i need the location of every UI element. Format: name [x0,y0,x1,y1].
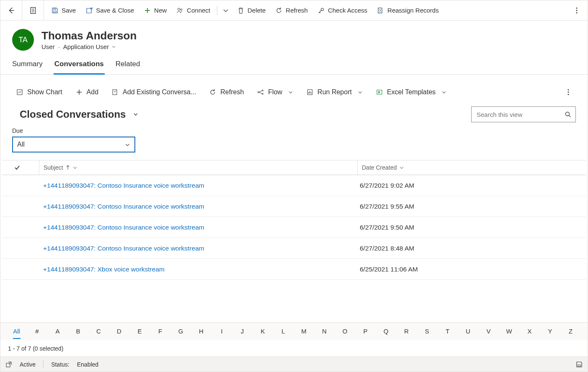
alpha-filter-y[interactable]: Y [540,328,560,335]
page-options-button[interactable] [22,0,44,20]
select-all-column[interactable] [14,160,39,175]
add-existing-button[interactable]: Add Existing Conversa... [108,85,200,100]
table-row[interactable]: +1441189093047: Contoso Insurance voice … [2,175,586,196]
alpha-filter-e[interactable]: E [129,328,150,335]
status-value: Enabled [77,361,98,368]
row-date: 6/27/2021 9:50 AM [357,224,586,231]
alpha-filter-all[interactable]: All [6,328,27,335]
svg-point-27 [568,89,569,90]
connect-button[interactable]: Connect [173,3,214,18]
alpha-filter-u[interactable]: U [458,328,478,335]
avatar-initials: TA [18,36,28,44]
tab-conversations[interactable]: Conversations [54,57,104,74]
save-close-button[interactable]: Save & Close [82,3,138,18]
subject-link[interactable]: +1441189093047: Contoso Insurance voice … [43,203,204,210]
alpha-filter-t[interactable]: T [437,328,458,335]
subgrid-more-button[interactable] [561,85,576,100]
run-report-button[interactable]: Run Report [302,85,367,100]
save-icon[interactable] [576,361,583,368]
reassign-records-button[interactable]: Reassign Records [373,3,443,18]
alpha-filter-r[interactable]: R [396,328,417,335]
subject-link[interactable]: +1441189093047: Contoso Insurance voice … [43,245,204,252]
divider [217,6,217,15]
view-selector[interactable]: Closed Conversations [20,108,138,120]
subject-link[interactable]: +1441189093047: Contoso Insurance voice … [43,224,204,231]
new-label: New [154,7,167,14]
due-label: Due [12,127,588,134]
add-existing-label: Add Existing Conversa... [123,88,196,96]
search-box[interactable] [471,106,576,122]
subgrid-refresh-button[interactable]: Refresh [205,85,248,100]
add-button[interactable]: Add [72,85,103,100]
save-close-icon [86,7,93,14]
back-button[interactable] [0,0,22,20]
table-row[interactable]: +1441189093047: Contoso Insurance voice … [2,196,586,217]
alpha-filter-q[interactable]: Q [376,328,396,335]
popout-icon[interactable] [5,361,12,368]
column-subject[interactable]: Subject [39,160,357,175]
alpha-filter-g[interactable]: G [170,328,191,335]
due-select-value: All [17,141,25,148]
search-input[interactable] [476,111,561,119]
show-chart-label: Show Chart [27,88,62,96]
alpha-filter-o[interactable]: O [335,328,355,335]
clipboard-icon [29,7,37,14]
tab-summary[interactable]: Summary [12,57,43,74]
form-tabs: Summary Conversations Related [0,54,588,75]
alpha-filter-i[interactable]: I [211,328,232,335]
alpha-filter-c[interactable]: C [88,328,109,335]
row-subject: +1441189093047: Contoso Insurance voice … [39,224,357,231]
svg-line-31 [569,116,571,117]
delete-button[interactable]: Delete [233,3,270,18]
alpha-filter-z[interactable]: Z [560,328,581,335]
svg-point-30 [566,112,570,116]
svg-rect-26 [377,90,382,94]
alpha-filter-s[interactable]: S [417,328,437,335]
alpha-filter-f[interactable]: F [150,328,170,335]
form-selector[interactable]: Application User [63,43,116,50]
table-row[interactable]: +1441189093047: Xbox voice workstream6/2… [2,259,586,280]
alpha-filter-w[interactable]: W [499,328,519,335]
chevron-down-icon [288,90,293,95]
save-icon [52,7,58,14]
chevron-down-icon [72,165,77,170]
alpha-filter-l[interactable]: L [273,328,294,335]
record-title: Thomas Anderson [41,29,137,42]
flow-button[interactable]: Flow [253,85,297,100]
alpha-filter-p[interactable]: P [355,328,376,335]
tab-related[interactable]: Related [116,57,140,74]
refresh-icon [209,89,216,96]
new-button[interactable]: New [140,3,171,18]
plus-icon [76,89,83,96]
alpha-filter-x[interactable]: X [519,328,540,335]
table-row[interactable]: +1441189093047: Contoso Insurance voice … [2,217,586,238]
connect-chevron[interactable] [220,3,232,18]
alpha-filter-b[interactable]: B [68,328,88,335]
table-row[interactable]: +1441189093047: Contoso Insurance voice … [2,238,586,259]
subject-link[interactable]: +1441189093047: Contoso Insurance voice … [43,182,204,189]
alpha-filter-m[interactable]: M [294,328,314,335]
row-date: 6/25/2021 11:06 AM [357,266,586,273]
more-commands-button[interactable] [569,3,584,18]
chevron-down-icon [125,142,130,147]
alpha-filter-k[interactable]: K [253,328,273,335]
alpha-filter-a[interactable]: A [47,328,68,335]
avatar: TA [12,29,34,51]
alpha-filter-v[interactable]: V [478,328,499,335]
refresh-button[interactable]: Refresh [271,3,312,18]
svg-point-21 [262,93,263,95]
subgrid-toolbar: Show Chart Add Add Existing Conversa... … [8,83,580,101]
excel-templates-button[interactable]: Excel Templates [372,85,451,100]
alpha-filter-j[interactable]: J [232,328,253,335]
column-date-created[interactable]: Date Created [357,160,586,175]
alpha-filter-h[interactable]: H [191,328,211,335]
alpha-filter-#[interactable]: # [27,328,47,335]
check-access-button[interactable]: Check Access [314,3,371,18]
alpha-filter-n[interactable]: N [314,328,335,335]
save-button[interactable]: Save [47,3,80,18]
due-select[interactable]: All [12,137,135,152]
alpha-filter-d[interactable]: D [109,328,129,335]
subject-link[interactable]: +1441189093047: Xbox voice workstream [43,266,165,273]
show-chart-button[interactable]: Show Chart [12,85,67,100]
command-bar-items: Save Save & Close New Connect [44,3,443,18]
